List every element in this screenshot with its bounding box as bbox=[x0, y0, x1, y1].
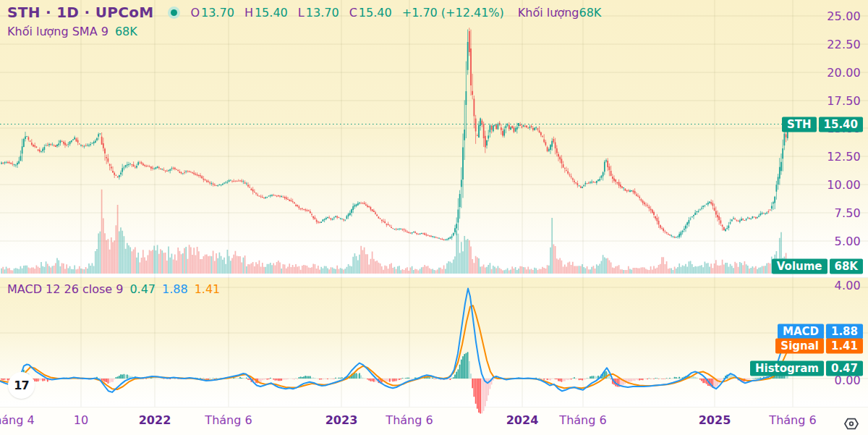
time-axis-label: Tháng 6 bbox=[559, 413, 606, 427]
symbol-title[interactable]: STH · 1D · UPCoM bbox=[7, 4, 153, 21]
volume-value: 68K bbox=[579, 6, 601, 20]
time-axis-label: 2025 bbox=[699, 413, 731, 427]
time-axis-label: 2023 bbox=[326, 413, 358, 427]
volume-label: Khối lượng bbox=[518, 6, 579, 20]
histogram-value-tag: Histogram0.47 bbox=[750, 361, 863, 376]
price-axis-label: 20.00 bbox=[827, 66, 861, 80]
macd-value-tag: MACD1.88 bbox=[778, 324, 863, 339]
market-status-icon[interactable] bbox=[168, 7, 180, 19]
time-axis-label: Tháng 6 bbox=[205, 413, 252, 427]
time-axis-label: 2022 bbox=[139, 413, 171, 427]
ohlc-values: O13.70 H15.40 L13.70 C15.40 +1.70 (+12.4… bbox=[190, 6, 601, 20]
time-axis-label: Tháng 6 bbox=[769, 413, 816, 427]
chart-window: STH · 1D · UPCoM O13.70 H15.40 L13.70 C1… bbox=[0, 0, 868, 435]
price-axis-label: 12.50 bbox=[827, 150, 861, 164]
signal-value-tag: Signal1.41 bbox=[775, 339, 863, 354]
symbol-legend: STH · 1D · UPCoM O13.70 H15.40 L13.70 C1… bbox=[7, 4, 601, 21]
chart-canvas[interactable] bbox=[0, 0, 868, 435]
price-axis-label: 7.50 bbox=[835, 206, 861, 220]
price-axis-label: 22.50 bbox=[827, 38, 861, 51]
last-price-tag: STH15.40 bbox=[782, 117, 863, 132]
macd-axis-label: 4.00 bbox=[835, 279, 861, 292]
price-axis-label: 17.50 bbox=[827, 94, 861, 108]
last-price-symbol: STH bbox=[782, 117, 817, 132]
time-axis-label: Tháng 4 bbox=[0, 413, 35, 427]
price-axis-label: 5.00 bbox=[835, 235, 861, 248]
time-axis-label: 2024 bbox=[506, 413, 539, 427]
macd-line-value: 1.88 bbox=[162, 282, 188, 296]
settings-hexagon-icon[interactable] bbox=[842, 415, 861, 433]
macd-hist-value: 0.47 bbox=[129, 282, 156, 296]
last-price-value: 15.40 bbox=[819, 117, 863, 132]
volume-tag: Volume68K bbox=[772, 259, 863, 274]
time-axis-label: Tháng 6 bbox=[386, 413, 433, 427]
change-value: +1.70 (+12.41%) bbox=[402, 6, 504, 20]
price-axis-label: 25.00 bbox=[827, 9, 861, 23]
price-axis-label: 10.00 bbox=[827, 178, 861, 192]
macd-legend[interactable]: MACD 12 26 close 9 0.47 1.88 1.41 bbox=[7, 282, 220, 296]
time-axis-label: 10 bbox=[74, 413, 88, 427]
volume-sma-legend[interactable]: Khối lượng SMA 968K bbox=[7, 24, 137, 38]
tradingview-logo[interactable]: 17 bbox=[8, 372, 35, 399]
macd-signal-value: 1.41 bbox=[195, 282, 221, 296]
